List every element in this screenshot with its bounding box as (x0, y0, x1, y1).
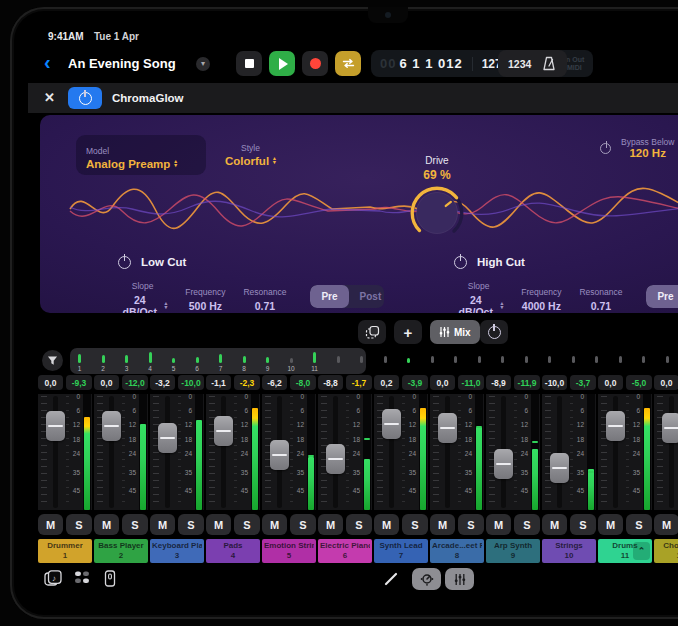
solo-button[interactable]: S (234, 514, 260, 535)
metronome-icon[interactable] (541, 56, 557, 71)
track-label[interactable]: Drummer 1 (38, 539, 92, 563)
filter-icon[interactable] (42, 350, 63, 371)
channel-volume-value[interactable]: -10,0 (542, 375, 567, 390)
fader-handle[interactable] (158, 423, 177, 453)
add-track-button[interactable]: + (394, 320, 422, 344)
fader-handle[interactable] (494, 449, 513, 479)
channel-volume-value[interactable]: -1,1 (206, 375, 231, 390)
mix-toggle-button[interactable]: Mix (430, 320, 480, 344)
high-cut-frequency[interactable]: Frequency 4000 Hz (521, 281, 561, 312)
mute-button[interactable]: M (430, 514, 455, 535)
back-chevron-icon[interactable]: ‹ (44, 52, 51, 72)
channel-volume-value[interactable]: 0,0 (654, 375, 678, 390)
browser-blocks-icon[interactable] (74, 570, 90, 589)
mute-button[interactable]: M (206, 514, 231, 535)
channel-volume-value[interactable]: -3,2 (150, 375, 175, 390)
track-label[interactable]: Emotion Strings 5 (262, 539, 316, 563)
fader-handle[interactable] (662, 413, 678, 443)
stop-button[interactable] (236, 51, 262, 76)
pre-button[interactable]: Pre (646, 285, 678, 308)
fader-handle[interactable] (46, 411, 65, 441)
fader-handle[interactable] (382, 409, 401, 439)
solo-button[interactable]: S (346, 514, 372, 535)
duplicate-button[interactable] (358, 320, 386, 344)
solo-button[interactable]: S (626, 514, 652, 535)
plugin-device-icon[interactable] (104, 570, 116, 591)
cycle-button[interactable] (335, 51, 361, 76)
track-label[interactable]: Electric Piano 6 (318, 539, 372, 563)
mute-button[interactable]: M (542, 514, 567, 535)
solo-button[interactable]: S (66, 514, 92, 535)
model-selector[interactable]: Model Analog Preamp ▴▾ (76, 135, 206, 175)
channel-volume-value[interactable]: -8,9 (486, 375, 511, 390)
solo-button[interactable]: S (122, 514, 148, 535)
track-label[interactable]: Arcade...eet Pad 8 (430, 539, 484, 563)
high-cut-slope[interactable]: Slope 24 dB/Oct ▴▾ (454, 275, 503, 313)
high-cut-resonance[interactable]: Resonance 0.71 (579, 281, 622, 312)
plugin-power-button[interactable] (68, 87, 102, 109)
channel-volume-value[interactable]: 0,0 (38, 375, 63, 390)
solo-button[interactable]: S (290, 514, 316, 535)
fader-handle[interactable] (606, 411, 625, 441)
solo-button[interactable]: S (514, 514, 540, 535)
track-label[interactable]: Bass Player 2 (94, 539, 148, 563)
track-label[interactable]: Arp Synth 9 (486, 539, 540, 563)
post-button[interactable]: Post (349, 285, 384, 308)
channel-level-value: -1,7 (346, 375, 372, 390)
mute-button[interactable]: M (486, 514, 511, 535)
channel-volume-value[interactable]: -8,8 (318, 375, 343, 390)
track-overview-strip[interactable]: 1234567891011 (28, 349, 678, 373)
drive-knob[interactable] (406, 184, 468, 242)
bypass-power-icon[interactable] (600, 143, 611, 154)
fader-handle[interactable] (270, 440, 289, 470)
pre-button[interactable]: Pre (310, 285, 348, 308)
track-stack-chevron-up-icon[interactable]: ⌃ (633, 542, 650, 560)
style-selector[interactable]: Style Colorful ▴▾ (225, 137, 276, 167)
mute-button[interactable]: M (598, 514, 623, 535)
solo-button[interactable]: S (178, 514, 204, 535)
low-cut-resonance[interactable]: Resonance 0.71 (243, 281, 286, 312)
pencil-icon[interactable] (384, 572, 399, 590)
mute-button[interactable]: M (94, 514, 119, 535)
solo-button[interactable]: S (570, 514, 596, 535)
song-title[interactable]: An Evening Song (68, 56, 176, 71)
bypass-below-field[interactable]: Bypass Below 120 Hz (621, 137, 674, 159)
mute-button[interactable]: M (38, 514, 63, 535)
channel-volume-value[interactable]: 0,0 (94, 375, 119, 390)
solo-button[interactable]: S (458, 514, 484, 535)
fader-handle[interactable] (550, 453, 569, 483)
play-button[interactable] (269, 51, 295, 76)
fader-handle[interactable] (102, 411, 121, 441)
track-label[interactable]: Drums 11 ⌃ (598, 539, 652, 563)
mute-button[interactable]: M (150, 514, 175, 535)
record-button[interactable] (302, 51, 328, 76)
fader-handle[interactable] (438, 413, 457, 443)
fader-handle[interactable] (326, 444, 345, 474)
faders-view-button[interactable] (445, 568, 474, 590)
song-title-chevron-down-icon[interactable]: ▾ (196, 57, 210, 71)
track-label[interactable]: Keyboard Player 3 (150, 539, 204, 563)
close-icon[interactable]: ✕ (44, 90, 55, 105)
track-label[interactable]: Synth Lead 7 (374, 539, 428, 563)
channel-volume-value[interactable]: 0,2 (374, 375, 399, 390)
low-cut-power-icon[interactable] (118, 256, 131, 269)
channel-volume-value[interactable]: 0,0 (598, 375, 623, 390)
track-label[interactable]: Chorus V 12 (654, 539, 678, 563)
solo-button[interactable]: S (402, 514, 428, 535)
track-label[interactable]: Strings 10 (542, 539, 596, 563)
high-cut-power-icon[interactable] (454, 256, 467, 269)
track-label[interactable]: Pads 4 (206, 539, 260, 563)
fader-handle[interactable] (214, 416, 233, 446)
loop-browser-icon[interactable]: ♪ (44, 570, 62, 590)
controls-view-button[interactable] (412, 568, 441, 590)
count-in-button[interactable]: 1234 (508, 58, 531, 70)
mixer-power-button[interactable] (480, 320, 508, 344)
mute-button[interactable]: M (318, 514, 343, 535)
low-cut-slope[interactable]: Slope 24 dB/Oct ▴▾ (118, 275, 167, 313)
channel-volume-value[interactable]: 0,0 (430, 375, 455, 390)
mute-button[interactable]: M (654, 514, 678, 535)
mute-button[interactable]: M (262, 514, 287, 535)
mute-button[interactable]: M (374, 514, 399, 535)
low-cut-frequency[interactable]: Frequency 500 Hz (185, 281, 225, 312)
channel-volume-value[interactable]: -6,2 (262, 375, 287, 390)
